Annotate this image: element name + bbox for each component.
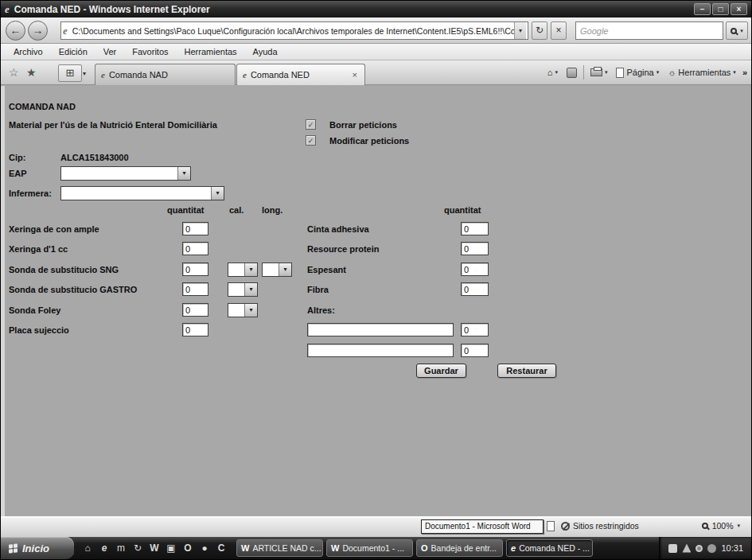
qty-input-sonda-gastro[interactable] [182, 282, 208, 296]
altres-qty-input-1[interactable] [461, 323, 489, 336]
chevron-down-icon[interactable]: ▾ [211, 187, 224, 200]
restore-button[interactable]: □ [712, 3, 729, 15]
menu-bar: Archivo Edición Ver Favoritos Herramient… [1, 44, 751, 60]
menu-archivo[interactable]: Archivo [6, 45, 51, 59]
qty-input-sonda-foley[interactable] [182, 303, 208, 317]
feeds-button[interactable] [564, 66, 579, 80]
eap-select[interactable]: ▾ [60, 166, 191, 181]
tab-close-icon[interactable]: × [351, 70, 359, 80]
print-button[interactable]: ▾ [588, 67, 610, 78]
quicklaunch-outlook-icon[interactable]: O [182, 542, 193, 554]
search-caret-icon: ▾ [740, 22, 743, 39]
quicklaunch-icon-8[interactable]: ● [199, 542, 210, 554]
tools-menu-button[interactable]: ☼ Herramientas ▾ [665, 66, 738, 79]
address-dropdown-icon[interactable]: ▾ [514, 22, 526, 39]
task-comanda-ned[interactable]: e Comanda NED - ... [506, 539, 593, 557]
tray-icon-1[interactable] [668, 544, 677, 553]
guardar-button[interactable]: Guardar [416, 364, 466, 378]
quicklaunch-icon-6[interactable]: ▣ [166, 542, 177, 554]
menu-edicion[interactable]: Edición [51, 45, 95, 59]
search-input[interactable] [580, 26, 719, 36]
page-menu-button[interactable]: Página ▾ [614, 66, 661, 80]
quicklaunch-icon-3[interactable]: m [115, 542, 127, 554]
search-box[interactable] [575, 21, 723, 40]
tab-comanda-nad[interactable]: e Comanda NAD [95, 64, 236, 85]
home-caret-icon: ▾ [555, 69, 558, 76]
quick-launch: ⌂ e m ↻ W ▣ O ● C [74, 542, 235, 554]
infermera-select[interactable]: ▾ [60, 186, 224, 200]
menu-ver[interactable]: Ver [95, 45, 125, 59]
quick-tabs-caret-icon[interactable]: ▾ [83, 70, 86, 77]
quicklaunch-word-icon[interactable]: W [149, 542, 160, 554]
menu-favoritos[interactable]: Favoritos [124, 45, 176, 59]
chevron-down-icon[interactable]: ▾ [244, 283, 257, 296]
cal-select-sonda-sng[interactable]: ▾ [228, 262, 258, 277]
back-button[interactable]: ← [6, 21, 25, 41]
page-title: COMANDA NAD [9, 102, 76, 111]
quicklaunch-icon-1[interactable]: ⌂ [82, 542, 93, 554]
favorites-star-icon[interactable]: ☆ [9, 66, 19, 79]
windows-logo-icon [9, 543, 18, 553]
chevron-down-icon[interactable]: ▾ [279, 263, 291, 276]
tray-icon-3[interactable] [696, 545, 703, 552]
cal-select-sonda-gastro[interactable]: ▾ [228, 282, 258, 297]
tab-bar: ☆ ★ ⊞ ▾ e Comanda NAD e Comanda NED × ⌂ … [1, 60, 751, 85]
ie-window: e Comanda NED - Windows Internet Explore… [0, 0, 752, 560]
qty-input-sonda-sng[interactable] [182, 262, 208, 276]
forward-button[interactable]: → [28, 21, 48, 41]
add-favorite-icon[interactable]: ★ [26, 66, 37, 79]
cal-select-sonda-foley[interactable]: ▾ [228, 303, 258, 317]
task-article-nad[interactable]: W ARTICLE NAD c... [236, 539, 323, 557]
qty-input-xeringa-con-ample[interactable] [182, 222, 208, 235]
row-label: Sonda Foley [9, 305, 60, 315]
long-select-sonda-sng[interactable]: ▾ [262, 262, 292, 277]
chevron-down-icon[interactable]: ▾ [177, 167, 190, 180]
zoom-control[interactable]: 100% ▾ [702, 521, 740, 531]
search-button[interactable]: ▾ [726, 21, 748, 40]
qty-input-cinta-adhesiva[interactable] [461, 222, 489, 235]
menu-herramientas[interactable]: Herramientas [177, 45, 245, 59]
tray-icon-4[interactable] [707, 544, 716, 553]
quicklaunch-ie-icon[interactable]: e [99, 542, 110, 554]
chevron-down-icon[interactable]: ▾ [244, 263, 257, 276]
altres-text-input-2[interactable] [307, 344, 454, 357]
menu-ayuda[interactable]: Ayuda [245, 45, 286, 59]
task-bandeja-entrada[interactable]: O Bandeja de entr... [416, 539, 503, 557]
qty-input-placa-sujeccio[interactable] [182, 323, 208, 336]
tab-comanda-ned[interactable]: e Comanda NED × [236, 64, 365, 85]
qty-input-espesant[interactable] [461, 262, 489, 276]
stop-button[interactable]: × [551, 21, 567, 40]
toolbar-overflow-button[interactable]: » [742, 68, 747, 77]
home-button[interactable]: ⌂ ▾ [545, 66, 560, 79]
printer-icon [590, 68, 602, 76]
row-label: Xeringa d'1 cc [9, 244, 68, 254]
task-label: Bandeja de entr... [431, 543, 497, 553]
tray-icon-2[interactable] [682, 544, 691, 553]
qty-input-xeringa-1cc[interactable] [182, 242, 208, 255]
refresh-button[interactable]: ↻ [532, 21, 547, 40]
search-icon [731, 28, 737, 34]
address-text: C:\Documents and Settings\Paco Luque\Con… [72, 26, 514, 36]
word-icon: W [241, 543, 249, 553]
qty-input-fibra[interactable] [461, 282, 489, 296]
quicklaunch-icon-4[interactable]: ↻ [132, 542, 143, 554]
altres-qty-input-2[interactable] [461, 344, 489, 357]
altres-text-input-1[interactable] [307, 323, 454, 336]
gear-icon: ☼ [668, 68, 676, 77]
borrar-peticions-checkbox[interactable]: ✓ [306, 119, 316, 130]
restaurar-button[interactable]: Restaurar [497, 364, 556, 378]
zoom-level: 100% [712, 521, 734, 531]
start-button[interactable]: Inicio [1, 537, 74, 559]
address-bar[interactable]: e C:\Documents and Settings\Paco Luque\C… [60, 21, 528, 40]
zoom-caret-icon[interactable]: ▾ [737, 523, 740, 529]
close-button[interactable]: × [731, 3, 747, 15]
qty-input-resource-protein[interactable] [461, 242, 489, 255]
header-cal: cal. [229, 205, 244, 215]
minimize-button[interactable]: – [694, 3, 711, 15]
zoom-icon [702, 523, 708, 529]
modificar-peticions-checkbox[interactable]: ✓ [306, 135, 316, 146]
quick-tabs-button[interactable]: ⊞ [58, 64, 82, 82]
quicklaunch-icon-9[interactable]: C [216, 542, 227, 554]
task-documento1[interactable]: W Documento1 - ... [326, 539, 413, 557]
chevron-down-icon[interactable]: ▾ [244, 304, 257, 317]
